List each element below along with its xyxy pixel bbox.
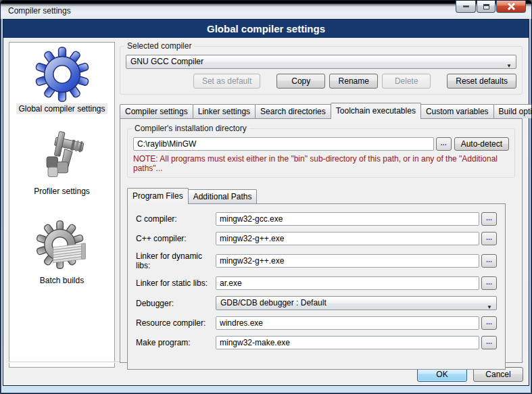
cpp-compiler-browse-button[interactable]: ... <box>481 232 497 245</box>
installation-note: NOTE: All programs must exist either in … <box>133 154 509 173</box>
toolchain-executables-panel: Compiler's installation directory ... Au… <box>120 118 523 363</box>
rename-button[interactable]: Rename <box>329 74 378 89</box>
selected-compiler-group-label: Selected compiler <box>124 41 194 51</box>
settings-sidebar: Global compiler settings <box>9 42 115 368</box>
close-icon <box>508 3 515 10</box>
compiler-select[interactable]: GNU GCC Compiler ▼ <box>126 55 516 69</box>
blue-gear-icon <box>34 47 90 102</box>
field-row-linker-static: Linker for static libs: ... <box>136 276 497 290</box>
compiler-select-value: GNU GCC Compiler <box>130 57 203 66</box>
make-program-browse-button[interactable]: ... <box>481 336 497 349</box>
field-row-debugger: Debugger: GDB/CDB debugger : Default ▼ <box>136 296 497 310</box>
page-header: Global compiler settings <box>3 20 529 38</box>
field-row-resource-compiler: Resource compiler: ... <box>136 316 497 330</box>
window-controls <box>455 1 526 13</box>
c-compiler-browse-button[interactable]: ... <box>481 212 497 226</box>
page-title: Global compiler settings <box>207 23 325 34</box>
maximize-icon <box>483 4 489 9</box>
tab-custom-variables[interactable]: Custom variables <box>420 104 494 118</box>
installation-directory-label: Compiler's installation directory <box>132 124 249 133</box>
set-as-default-button[interactable]: Set as default <box>193 74 260 89</box>
auto-detect-button[interactable]: Auto-detect <box>454 137 509 151</box>
resource-compiler-browse-button[interactable]: ... <box>481 316 497 330</box>
installation-directory-input[interactable] <box>133 137 434 151</box>
installation-directory-row: ... Auto-detect <box>133 137 509 151</box>
installation-directory-browse-button[interactable]: ... <box>436 137 452 151</box>
delete-button[interactable]: Delete <box>382 74 431 89</box>
tab-toolchain-executables[interactable]: Toolchain executables <box>331 103 421 119</box>
resource-compiler-input[interactable] <box>216 316 479 330</box>
chevron-down-icon: ▼ <box>506 59 512 69</box>
field-label: C compiler: <box>136 214 216 224</box>
linker-dynamic-input[interactable] <box>216 254 479 268</box>
maximize-button[interactable] <box>477 1 495 13</box>
sidebar-item-label: Profiler settings <box>32 186 92 197</box>
field-label: Linker for static libs: <box>136 278 216 288</box>
tab-compiler-settings[interactable]: Compiler settings <box>120 104 193 118</box>
field-row-make-program: Make program: ... <box>136 336 497 349</box>
field-row-cpp-compiler: C++ compiler: ... <box>136 232 497 245</box>
sidebar-item-batch-builds[interactable]: Batch builds <box>9 218 114 286</box>
linker-static-browse-button[interactable]: ... <box>481 276 497 290</box>
field-row-c-compiler: C compiler: ... <box>136 212 497 226</box>
installation-directory-group: Compiler's installation directory ... Au… <box>127 128 515 178</box>
field-label: C++ compiler: <box>136 234 216 243</box>
settings-tabstrip: Compiler settings Linker settings Search… <box>120 102 523 118</box>
sidebar-item-profiler-settings[interactable]: Profiler settings <box>9 129 114 197</box>
window-title: Compiler settings <box>8 6 71 16</box>
sidebar-item-global-compiler-settings[interactable]: Global compiler settings <box>9 47 114 114</box>
selected-compiler-group: Selected compiler GNU GCC Compiler ▼ Set… <box>120 46 523 95</box>
compiler-buttons-row: Set as default Copy Rename Delete Reset … <box>126 74 516 89</box>
minimize-button[interactable] <box>456 1 476 13</box>
tab-search-directories[interactable]: Search directories <box>255 104 331 118</box>
field-label: Linker for dynamic libs: <box>136 251 216 270</box>
sidebar-item-label: Global compiler settings <box>16 103 107 114</box>
linker-static-input[interactable] <box>216 276 479 290</box>
close-button[interactable] <box>496 1 526 13</box>
gray-gear-stack-icon <box>35 218 89 274</box>
copy-button[interactable]: Copy <box>276 74 325 89</box>
field-label: Debugger: <box>136 299 216 308</box>
field-label: Resource compiler: <box>136 318 216 328</box>
minimize-icon <box>463 5 469 7</box>
field-row-linker-dynamic: Linker for dynamic libs: ... <box>136 251 497 270</box>
caliper-icon <box>35 129 89 184</box>
main-content: Selected compiler GNU GCC Compiler ▼ Set… <box>120 39 523 363</box>
linker-dynamic-browse-button[interactable]: ... <box>481 254 497 268</box>
debugger-select[interactable]: GDB/CDB debugger : Default ▼ <box>216 296 497 310</box>
c-compiler-input[interactable] <box>216 212 479 226</box>
make-program-input[interactable] <box>216 336 479 349</box>
tab-additional-paths[interactable]: Additional Paths <box>188 189 258 203</box>
chevron-down-icon: ▼ <box>487 301 492 310</box>
program-files-panel: C compiler: ... C++ compiler: ... <box>127 203 506 370</box>
reset-defaults-button[interactable]: Reset defaults <box>447 74 516 89</box>
program-files-tabstrip: Program Files Additional Paths <box>127 187 515 203</box>
title-bar[interactable]: Compiler settings <box>1 1 531 19</box>
debugger-select-value: GDB/CDB debugger : Default <box>220 298 327 307</box>
compiler-settings-dialog: Compiler settings Global compiler settin… <box>0 0 532 394</box>
cpp-compiler-input[interactable] <box>216 232 479 245</box>
tab-program-files[interactable]: Program Files <box>127 188 189 204</box>
field-label: Make program: <box>136 338 216 347</box>
sidebar-item-label: Batch builds <box>38 275 86 286</box>
tab-linker-settings[interactable]: Linker settings <box>193 104 256 118</box>
dialog-body: Global compiler settings <box>3 38 529 385</box>
tab-build-options[interactable]: Build options <box>493 104 532 118</box>
dialog-client-area: Global compiler settings <box>3 19 529 386</box>
